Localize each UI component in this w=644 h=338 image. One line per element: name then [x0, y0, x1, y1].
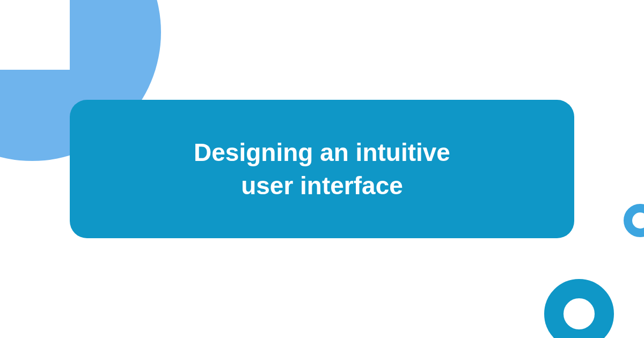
decorative-ring-small: [624, 204, 644, 237]
title-card: Designing an intuitive user interface: [70, 100, 574, 238]
title-line-1: Designing an intuitive: [194, 138, 450, 166]
decorative-ring-large: [544, 279, 614, 338]
title-line-2: user interface: [241, 172, 403, 200]
title-text: Designing an intuitive user interface: [194, 136, 450, 202]
decorative-corner-cutout: [0, 0, 70, 70]
